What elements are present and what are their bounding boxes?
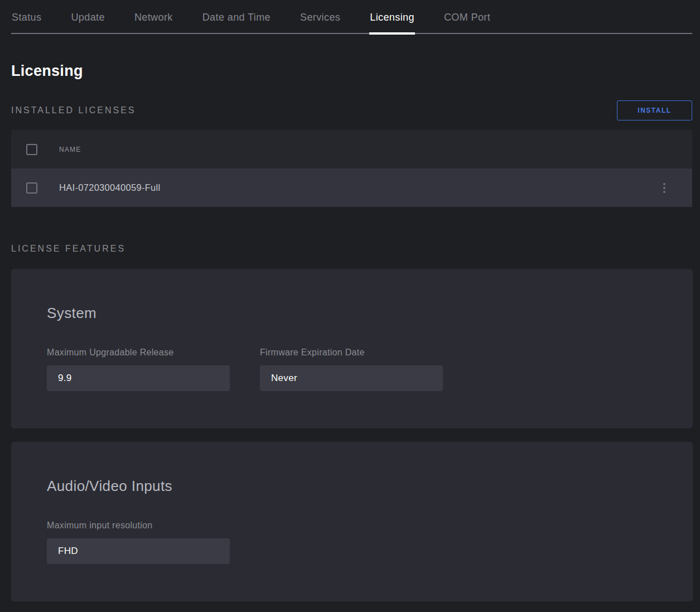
field-label: Maximum input resolution bbox=[47, 521, 230, 531]
tab-status[interactable]: Status bbox=[11, 0, 42, 33]
license-name: HAI-072030040059-Full bbox=[59, 182, 661, 193]
install-button[interactable]: INSTALL bbox=[617, 100, 692, 121]
tab-services[interactable]: Services bbox=[300, 0, 341, 33]
row-checkbox[interactable] bbox=[26, 182, 37, 194]
field-label: Firmware Expiration Date bbox=[260, 348, 443, 358]
tab-date-and-time[interactable]: Date and Time bbox=[202, 0, 271, 33]
installed-licenses-label: INSTALLED LICENSES bbox=[11, 105, 136, 115]
licenses-table: NAME HAI-072030040059-Full bbox=[11, 130, 692, 207]
tab-com-port[interactable]: COM Port bbox=[443, 0, 491, 33]
tab-update[interactable]: Update bbox=[70, 0, 105, 33]
settings-tab-bar: Status Update Network Date and Time Serv… bbox=[11, 0, 692, 34]
audio-video-inputs-card: Audio/Video Inputs Maximum input resolut… bbox=[11, 442, 693, 601]
select-all-cell bbox=[11, 144, 59, 155]
license-features-section-header: LICENSE FEATURES bbox=[11, 239, 692, 259]
row-checkbox-cell bbox=[11, 182, 59, 194]
field-label: Maximum Upgradable Release bbox=[47, 348, 230, 358]
tab-licensing[interactable]: Licensing bbox=[369, 0, 415, 33]
select-all-checkbox[interactable] bbox=[26, 144, 37, 155]
table-row[interactable]: HAI-072030040059-Full bbox=[11, 168, 692, 207]
license-features-label: LICENSE FEATURES bbox=[11, 244, 125, 254]
field-value: 9.9 bbox=[47, 365, 230, 391]
installed-licenses-section-header: INSTALLED LICENSES INSTALL bbox=[11, 100, 692, 121]
field-maximum-input-resolution: Maximum input resolution FHD bbox=[47, 521, 230, 564]
audio-video-inputs-card-title: Audio/Video Inputs bbox=[47, 478, 657, 495]
system-card: System Maximum Upgradable Release 9.9 Fi… bbox=[11, 269, 693, 428]
licenses-table-header-row: NAME bbox=[11, 130, 692, 168]
field-firmware-expiration-date: Firmware Expiration Date Never bbox=[260, 348, 443, 391]
field-value: Never bbox=[260, 365, 443, 391]
name-column-header: NAME bbox=[59, 146, 692, 153]
page-title: Licensing bbox=[11, 62, 689, 80]
row-actions-cell bbox=[661, 181, 692, 195]
system-card-title: System bbox=[47, 305, 657, 322]
field-maximum-upgradable-release: Maximum Upgradable Release 9.9 bbox=[47, 348, 230, 391]
tab-network[interactable]: Network bbox=[134, 0, 173, 33]
kebab-menu-icon[interactable] bbox=[661, 181, 668, 195]
field-value: FHD bbox=[47, 538, 230, 564]
